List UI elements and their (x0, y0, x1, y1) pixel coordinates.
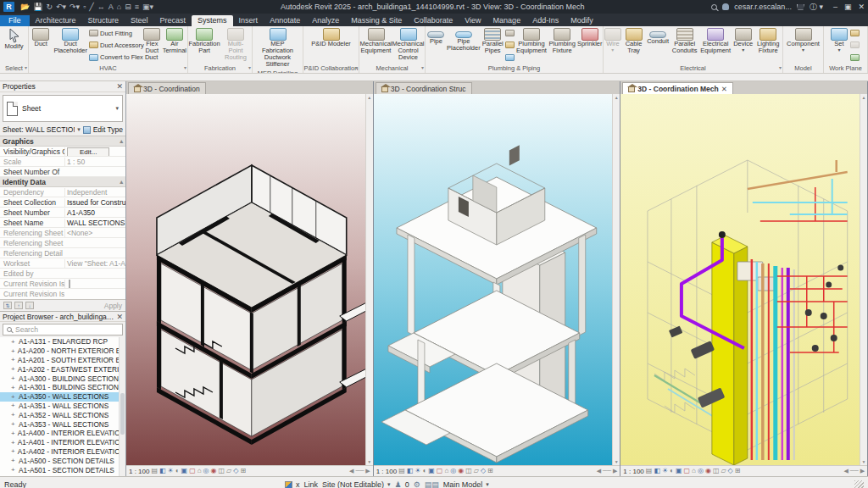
displacement-sets-icon[interactable]: ◇ (728, 468, 733, 474)
view-scale[interactable]: 1 : 100 (376, 468, 397, 475)
flex-pipe-button[interactable] (505, 52, 515, 63)
revit-logo-icon[interactable]: R (3, 2, 14, 12)
app-store-icon[interactable] (797, 4, 804, 10)
duct-fitting-button[interactable]: Duct Fitting (89, 28, 142, 39)
crop-view-icon[interactable]: ▣ (181, 468, 188, 474)
electrical-equipment-button[interactable]: Electrical Equipment (699, 27, 731, 64)
analytical-model-icon[interactable]: ▱ (226, 468, 231, 474)
conduit-button[interactable]: Conduit (646, 27, 670, 64)
tab-file[interactable]: File (0, 15, 30, 26)
crop-view-icon[interactable]: ▣ (676, 468, 682, 474)
sheet-item[interactable]: +A1-A401 - INTERIOR ELEVATIONS (0, 438, 125, 447)
panel-label-hvac[interactable]: HVAC ▾ (29, 64, 187, 73)
vg-edit-button[interactable]: Edit... (67, 147, 109, 156)
sun-path-icon[interactable]: ☀ (662, 468, 668, 474)
worksets-control[interactable]: x_Link_Site (Not Editable) ▾ (285, 480, 391, 488)
viewport2-vscrollbar[interactable]: ▲▼ (612, 94, 620, 465)
view-tab-3d-coordination-struc[interactable]: 3D - Coordination Struc (376, 82, 472, 94)
section-icon[interactable]: ⊟ (125, 3, 131, 11)
section-identity-data[interactable]: Identity Data▴ (0, 177, 125, 187)
plumbing-equipment-button[interactable]: Plumbing Equipment (516, 27, 547, 64)
plumbing-fixture-button[interactable]: Plumbing Fixture (548, 27, 576, 64)
design-options-icon[interactable]: ⚙ (414, 480, 420, 488)
shadows-icon[interactable]: ◐ (422, 468, 426, 474)
active-workset[interactable]: x_Link_Site (Not Editable) (296, 480, 384, 488)
tab-insert[interactable]: Insert (233, 15, 264, 26)
view-scale[interactable]: 1 : 100 (129, 468, 149, 475)
reveal-constraints-icon[interactable]: ⊞ (487, 468, 493, 474)
convert-to-flex-duct-button[interactable]: Convert to Flex Duct (89, 52, 142, 63)
panel-label-select[interactable]: Select ▾ (0, 64, 28, 73)
detail-level-icon[interactable]: ▤ (151, 468, 158, 474)
sun-path-icon[interactable]: ☀ (168, 468, 174, 474)
cable-tray-button[interactable]: Cable Tray (622, 27, 646, 64)
measure-icon[interactable]: ╱ (89, 3, 93, 11)
temporary-hide-isolate-icon[interactable]: ◎ (450, 468, 456, 474)
pipe-placeholder-button[interactable]: Pipe Placeholder (447, 27, 481, 64)
panel-label-mechanical[interactable]: Mechanical ▾ (359, 64, 425, 73)
panel-label-fabrication[interactable]: Fabrication ▾ (188, 64, 252, 73)
panel-label-electrical[interactable]: Electrical ▾ (604, 64, 782, 73)
modify-button[interactable]: Modify (3, 27, 24, 64)
properties-close-icon[interactable]: ✕ (116, 82, 123, 91)
help-button[interactable]: ⓘ ▾ (810, 2, 823, 13)
tab-add-ins[interactable]: Add-Ins (526, 15, 565, 26)
thin-lines-icon[interactable]: ≡ (135, 3, 139, 11)
sheet-item[interactable]: +A1-A201 - SOUTH EXTERIOR ELEVATION (0, 356, 125, 365)
show-crop-region-icon[interactable]: ▢ (189, 468, 196, 474)
device-button[interactable]: Device ▾ (732, 27, 754, 64)
link-pages-icon[interactable]: ▤▤ (425, 480, 439, 488)
visual-style-icon[interactable]: ◧ (159, 468, 166, 474)
sheet-item-selected[interactable]: +A1-A350 - WALL SECTIONS (0, 392, 125, 402)
redo-icon[interactable]: ↷▾ (70, 3, 80, 11)
viewport3-hscrollbar[interactable]: ◀ ── ▶ (843, 468, 865, 474)
sort-alpha-icon[interactable]: ⇅ (3, 302, 12, 309)
undo-icon[interactable]: ↶▾ (56, 3, 66, 11)
reveal-hidden-elements-icon[interactable]: ◉ (458, 468, 464, 474)
design-options-control[interactable]: Main Model ▾ (443, 480, 489, 488)
resize-grip[interactable] (854, 480, 864, 488)
unlocked-view-icon[interactable]: ⌂ (444, 468, 448, 474)
viewport1-vscrollbar[interactable]: ▲▼ (365, 94, 373, 465)
apply-button[interactable]: Apply (104, 302, 122, 310)
sheet-collection-field[interactable]: Issued for Construction (64, 198, 125, 207)
tab-annotate[interactable]: Annotate (264, 15, 306, 26)
pipe-fitting-button[interactable] (505, 28, 515, 39)
flex-duct-button[interactable]: Flex Duct (142, 27, 162, 64)
minimize-button[interactable]: – (833, 3, 837, 11)
sheet-item[interactable]: +A1-A200 - NORTH EXTERIOR ELEVATION (0, 347, 125, 356)
sheet-item[interactable]: +A1-A131 - ENLARGED RCP (0, 337, 125, 347)
panel-label-plumbing[interactable]: Plumbing & Piping (426, 64, 603, 73)
show-work-plane-button[interactable] (850, 28, 862, 39)
tab-modify[interactable]: Modify (565, 15, 599, 26)
sheet-item[interactable]: +A1-A352 - WALL SECTIONS (0, 410, 125, 419)
print-icon[interactable]: ▫ (83, 3, 86, 11)
pid-modeler-button[interactable]: P&ID Modeler (310, 27, 353, 64)
sheet-name-field[interactable]: WALL SECTIONS (64, 219, 125, 227)
panel-label-mep-detailing[interactable]: MEP Detailing (253, 69, 303, 73)
unlocked-view-icon[interactable]: ⌂ (692, 468, 696, 474)
tab-view[interactable]: View (459, 15, 487, 26)
view-tab-3d-coordination-mech[interactable]: 3D - Coordination Mech ✕ (622, 82, 733, 94)
displacement-sets-icon[interactable]: ◇ (481, 468, 486, 474)
default-3d-view-icon[interactable]: ⌂ (117, 3, 121, 11)
tab-collaborate[interactable]: Collaborate (408, 15, 459, 26)
sheet-item[interactable]: +A1-A402 - INTERIOR ELEVATIONS (0, 447, 125, 457)
browser-search-box[interactable]: Search (3, 324, 123, 336)
sheet-item[interactable]: +A1-A501 - SECTION DETAILS (0, 465, 125, 474)
reveal-constraints-icon[interactable]: ⊞ (240, 468, 246, 474)
aligned-dimension-icon[interactable]: ↔ (97, 3, 105, 11)
unlocked-view-icon[interactable]: ⌂ (198, 468, 202, 474)
tab-precast[interactable]: Precast (154, 15, 192, 26)
sun-path-icon[interactable]: ☀ (415, 468, 420, 474)
reveal-constraints-icon[interactable]: ⊞ (735, 468, 741, 474)
pipe-button[interactable]: Pipe (426, 27, 446, 64)
editable-only-control[interactable]: ♟ 0 (395, 480, 409, 488)
temporary-view-properties-icon[interactable]: ◫ (219, 468, 225, 474)
viewer-button[interactable] (850, 52, 862, 63)
edit-type-button[interactable]: Edit Type (93, 125, 123, 134)
viewport3-vscrollbar[interactable]: ▲▼ (860, 94, 867, 465)
view-tab-3d-coordination[interactable]: 3D - Coordination (128, 82, 206, 94)
visual-style-icon[interactable]: ◧ (654, 468, 660, 474)
tab-analyze[interactable]: Analyze (306, 15, 345, 26)
